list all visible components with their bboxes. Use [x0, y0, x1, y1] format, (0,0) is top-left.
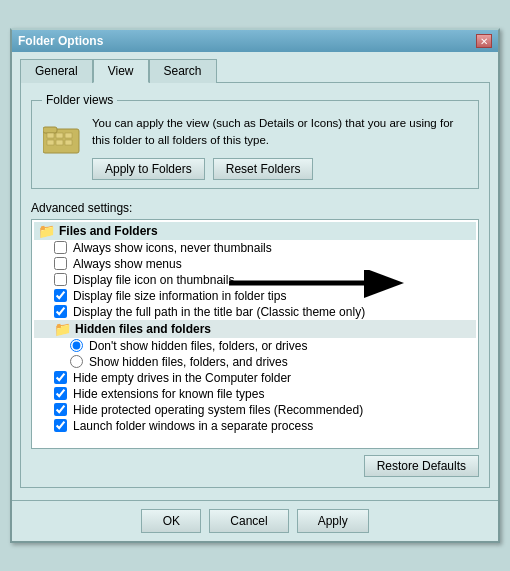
apply-to-folders-button[interactable]: Apply to Folders [92, 158, 205, 180]
category-label: Files and Folders [59, 224, 158, 238]
subcategory-hidden-files: 📁 Hidden files and folders [34, 320, 476, 338]
settings-list-container[interactable]: 📁 Files and Folders Always show icons, n… [31, 219, 479, 449]
label-dont-show-hidden: Don't show hidden files, folders, or dri… [89, 339, 307, 353]
svg-rect-6 [56, 140, 63, 145]
tab-general[interactable]: General [20, 59, 93, 83]
checkbox-display-file-size[interactable] [54, 289, 67, 302]
list-item-hide-extensions: Hide extensions for known file types [34, 386, 476, 402]
radio-dont-show-hidden[interactable] [70, 339, 83, 352]
list-item-display-file-icon: Display file icon on thumbnails [34, 272, 476, 288]
folder-icon [42, 119, 82, 159]
tab-bar: General View Search [20, 58, 490, 82]
checkbox-display-full-path[interactable] [54, 305, 67, 318]
list-item-hide-protected-files: Hide protected operating system files (R… [34, 402, 476, 418]
folder-views-legend: Folder views [42, 93, 117, 107]
list-item-hide-empty-drives: Hide empty drives in the Computer folder [34, 370, 476, 386]
checkbox-display-file-icon[interactable] [54, 273, 67, 286]
svg-rect-3 [56, 133, 63, 138]
label-always-show-icons: Always show icons, never thumbnails [73, 241, 272, 255]
hidden-files-icon: 📁 [54, 321, 71, 337]
folder-views-description: You can apply the view (such as Details … [92, 115, 468, 147]
list-item-launch-separate: Launch folder windows in a separate proc… [34, 418, 476, 434]
label-hide-empty-drives: Hide empty drives in the Computer folder [73, 371, 291, 385]
cancel-button[interactable]: Cancel [209, 509, 288, 533]
list-item-always-show-menus: Always show menus [34, 256, 476, 272]
label-hide-protected-files: Hide protected operating system files (R… [73, 403, 363, 417]
list-item-display-file-size: Display file size information in folder … [34, 288, 476, 304]
list-item-always-show-icons: Always show icons, never thumbnails [34, 240, 476, 256]
svg-rect-5 [47, 140, 54, 145]
settings-list: 📁 Files and Folders Always show icons, n… [32, 220, 478, 436]
checkbox-always-show-icons[interactable] [54, 241, 67, 254]
category-files-and-folders: 📁 Files and Folders [34, 222, 476, 240]
label-launch-separate: Launch folder windows in a separate proc… [73, 419, 313, 433]
reset-folders-button[interactable]: Reset Folders [213, 158, 314, 180]
apply-button[interactable]: Apply [297, 509, 369, 533]
svg-rect-7 [65, 140, 72, 145]
window-title: Folder Options [18, 34, 103, 48]
svg-rect-2 [47, 133, 54, 138]
title-bar: Folder Options ✕ [12, 30, 498, 52]
folder-options-dialog: Folder Options ✕ General View Search Fol… [10, 28, 500, 542]
restore-defaults-button[interactable]: Restore Defaults [364, 455, 479, 477]
folder-views-group: Folder views [31, 93, 479, 188]
tab-view[interactable]: View [93, 59, 149, 83]
bottom-buttons: OK Cancel Apply [12, 500, 498, 541]
list-item-dont-show-hidden: Don't show hidden files, folders, or dri… [34, 338, 476, 354]
label-show-hidden: Show hidden files, folders, and drives [89, 355, 288, 369]
checkbox-always-show-menus[interactable] [54, 257, 67, 270]
checkbox-hide-empty-drives[interactable] [54, 371, 67, 384]
list-item-display-full-path: Display the full path in the title bar (… [34, 304, 476, 320]
label-hide-extensions: Hide extensions for known file types [73, 387, 264, 401]
svg-rect-1 [43, 127, 57, 133]
tab-search[interactable]: Search [149, 59, 217, 83]
label-always-show-menus: Always show menus [73, 257, 182, 271]
checkbox-hide-protected-files[interactable] [54, 403, 67, 416]
settings-list-wrapper: 📁 Files and Folders Always show icons, n… [31, 219, 479, 449]
checkbox-launch-separate[interactable] [54, 419, 67, 432]
radio-show-hidden[interactable] [70, 355, 83, 368]
folder-category-icon: 📁 [38, 223, 55, 239]
list-item-show-hidden: Show hidden files, folders, and drives [34, 354, 476, 370]
restore-defaults-row: Restore Defaults [31, 455, 479, 477]
checkbox-hide-extensions[interactable] [54, 387, 67, 400]
label-display-file-icon: Display file icon on thumbnails [73, 273, 234, 287]
label-display-file-size: Display file size information in folder … [73, 289, 286, 303]
label-display-full-path: Display the full path in the title bar (… [73, 305, 365, 319]
close-button[interactable]: ✕ [476, 34, 492, 48]
svg-rect-4 [65, 133, 72, 138]
subcategory-label: Hidden files and folders [75, 322, 211, 336]
advanced-label: Advanced settings: [31, 201, 479, 215]
ok-button[interactable]: OK [141, 509, 201, 533]
tab-view-content: Folder views [20, 82, 490, 487]
